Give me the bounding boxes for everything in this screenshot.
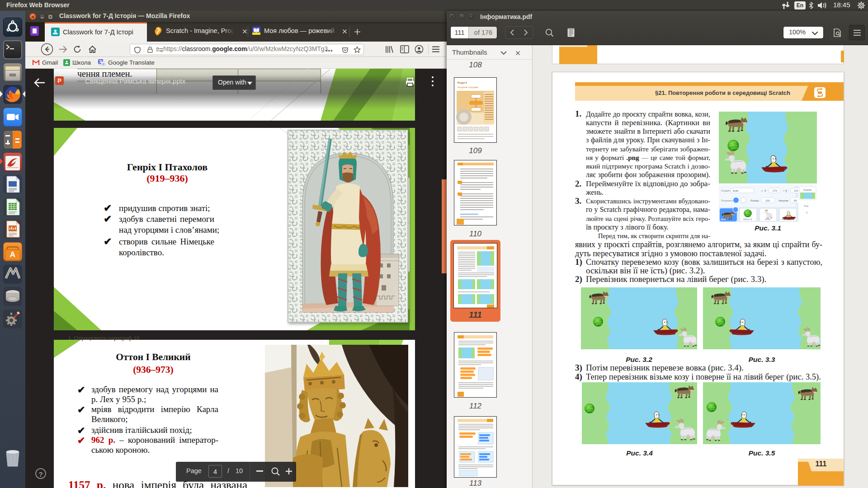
svg-text:114: 114 (794, 189, 798, 192)
svg-text:Сцена: Сцена (803, 188, 811, 191)
svg-text:Розмір: Розмір (750, 199, 759, 202)
svg-text:↕ y: ↕ y (783, 189, 787, 192)
svg-text:Показати: Показати (721, 199, 733, 202)
svg-text:коза: коза (765, 218, 770, 221)
svg-text:капуста: капуста (743, 218, 752, 221)
svg-text:Алгоритми і програми: Алгоритми і програми (458, 86, 478, 89)
svg-text:↔ x: ↔ x (760, 189, 766, 192)
svg-text:вовк: вовк (733, 189, 739, 192)
svg-text:перевізник: перевізник (781, 218, 794, 221)
svg-text:Тло: Тло (804, 205, 809, 207)
svg-text:-170: -170 (772, 189, 778, 192)
svg-text:Розділ 3: Розділ 3 (458, 81, 467, 84)
svg-text:Напрям: Напрям (778, 199, 788, 202)
svg-text:100: 100 (765, 199, 770, 202)
svg-text:вовк: вовк (721, 218, 726, 221)
svg-text:90: 90 (794, 199, 797, 202)
svg-text:Спрайт: Спрайт (721, 189, 731, 192)
